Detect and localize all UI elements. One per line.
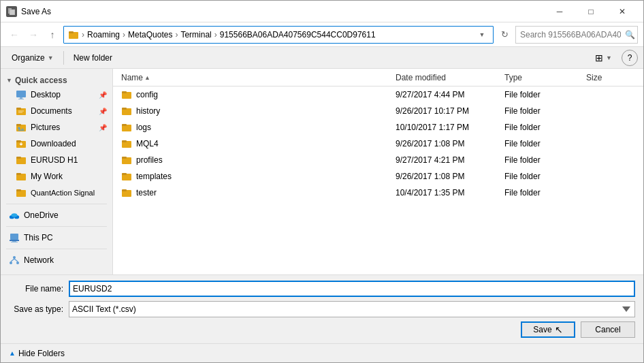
documents-icon (16, 106, 27, 116)
crumb-roaming[interactable]: Roaming (87, 30, 120, 40)
sidebar-label-desktop: Desktop (31, 90, 61, 99)
pin-icon-desktop: 📌 (99, 91, 107, 99)
svg-rect-39 (122, 140, 127, 142)
sidebar-item-desktop[interactable]: Desktop 📌 (1, 86, 112, 103)
new-folder-button[interactable]: New folder (68, 50, 118, 66)
sidebar-label-documents: Documents (31, 106, 72, 116)
title-bar: Save As ─ □ ✕ (1, 1, 643, 22)
back-button[interactable]: ← (6, 27, 22, 43)
sidebar-label-eurusd: EURUSD H1 (31, 155, 78, 165)
network-icon (9, 255, 20, 266)
sidebar-label-onedrive: OneDrive (24, 210, 59, 220)
svg-rect-15 (16, 157, 21, 159)
filename-row: File name: (9, 281, 635, 297)
table-row[interactable]: templates 9/26/2017 1:08 PM File folder (113, 168, 643, 185)
table-row[interactable]: config 9/27/2017 4:44 PM File folder (113, 86, 643, 103)
file-list: Name ▲ Date modified Type Size c (113, 69, 643, 274)
quick-access-label: Quick access (15, 76, 67, 85)
svg-point-28 (10, 262, 12, 264)
toolbar: Organize ▼ New folder ⊞ ▼ ? (1, 47, 643, 69)
svg-rect-3 (69, 31, 74, 33)
view-button[interactable]: ⊞ ▼ (590, 50, 617, 66)
filetype-label: Save as type: (9, 304, 63, 314)
quick-access-header[interactable]: ▼ Quick access (1, 72, 112, 86)
main-content: ▼ Quick access Desktop 📌 Documents 📌 (1, 69, 643, 274)
table-row[interactable]: tester 10/4/2017 1:35 PM File folder (113, 185, 643, 201)
sidebar-item-thispc[interactable]: This PC (1, 230, 112, 246)
svg-rect-41 (122, 157, 127, 159)
sidebar-label-pictures: Pictures (31, 123, 60, 132)
file-date-cell: 9/27/2017 4:44 PM (393, 90, 502, 99)
minimize-button[interactable]: ─ (544, 1, 575, 22)
save-button[interactable]: Save ↖ (521, 321, 575, 338)
file-list-header: Name ▲ Date modified Type Size (113, 69, 643, 86)
column-date[interactable]: Date modified (393, 73, 502, 82)
hide-folders-bar[interactable]: ▲ Hide Folders (1, 343, 643, 362)
close-button[interactable]: ✕ (607, 1, 638, 22)
filename-input[interactable] (69, 281, 635, 297)
eurusd-icon (16, 155, 27, 165)
file-date-cell: 10/10/2017 1:17 PM (393, 123, 502, 132)
crumb-folder-id[interactable]: 915566BA06ADA407569C544CC0D97611 (220, 30, 376, 40)
svg-line-31 (14, 259, 18, 262)
organize-button[interactable]: Organize ▼ (6, 50, 59, 66)
file-name-cell: profiles (118, 155, 393, 165)
sidebar-item-downloaded[interactable]: Downloaded (1, 136, 112, 152)
address-bar[interactable]: › Roaming › MetaQuotes › Terminal › 9155… (63, 26, 494, 44)
thispc-icon (9, 232, 20, 243)
svg-rect-1 (10, 10, 15, 15)
table-row[interactable]: logs 10/10/2017 1:17 PM File folder (113, 119, 643, 136)
sidebar-item-documents[interactable]: Documents 📌 (1, 103, 112, 119)
filetype-select[interactable]: ASCII Text (*.csv) (69, 301, 635, 317)
table-row[interactable]: MQL4 9/26/2017 1:08 PM File folder (113, 136, 643, 152)
sort-arrow-name: ▲ (144, 74, 150, 81)
svg-rect-10 (16, 124, 21, 126)
crumb-terminal[interactable]: Terminal (180, 30, 211, 40)
svg-rect-26 (11, 242, 18, 242)
column-type[interactable]: Type (502, 73, 583, 82)
desktop-icon (16, 89, 27, 100)
svg-rect-43 (122, 173, 127, 175)
help-button[interactable]: ? (622, 50, 638, 66)
cancel-button[interactable]: Cancel (581, 321, 635, 338)
save-as-dialog: Save As ─ □ ✕ ← → ↑ › Roaming › MetaQuot… (0, 0, 644, 363)
sidebar-item-eurusd[interactable]: EURUSD H1 (1, 152, 112, 168)
file-rows-container: config 9/27/2017 4:44 PM File folder his… (113, 86, 643, 201)
svg-line-30 (11, 259, 14, 262)
address-dropdown-button[interactable]: ▼ (475, 27, 489, 43)
sidebar-item-mywork[interactable]: My Work (1, 168, 112, 185)
up-button[interactable]: ↑ (44, 27, 61, 43)
search-input[interactable] (515, 26, 638, 44)
bottom-buttons: Save ↖ Cancel (9, 321, 635, 338)
file-name-cell: templates (118, 171, 393, 182)
cursor-icon: ↖ (555, 324, 563, 335)
file-date-cell: 9/26/2017 10:17 PM (393, 106, 502, 116)
sidebar-item-onedrive[interactable]: OneDrive (1, 207, 112, 223)
table-row[interactable]: history 9/26/2017 10:17 PM File folder (113, 103, 643, 119)
pictures-icon (16, 122, 27, 133)
maximize-button[interactable]: □ (575, 1, 607, 22)
svg-rect-37 (122, 124, 127, 126)
svg-rect-8 (16, 108, 21, 110)
bottom-bar: File name: Save as type: ASCII Text (*.c… (1, 274, 643, 343)
file-type-cell: File folder (502, 188, 583, 198)
crumb-metaquotes[interactable]: MetaQuotes (128, 30, 172, 40)
organize-chevron-icon: ▼ (48, 54, 54, 61)
column-size[interactable]: Size (583, 73, 638, 82)
table-row[interactable]: profiles 9/27/2017 4:21 PM File folder (113, 152, 643, 168)
refresh-button[interactable]: ↻ (496, 27, 513, 43)
onedrive-icon (9, 210, 20, 221)
file-type-cell: File folder (502, 123, 583, 132)
sidebar-label-mywork: My Work (31, 172, 63, 181)
pin-icon-documents: 📌 (99, 108, 107, 115)
svg-rect-45 (122, 189, 127, 191)
sidebar-item-network[interactable]: Network (1, 252, 112, 268)
svg-rect-6 (18, 99, 24, 99)
title-bar-text: Save As (21, 7, 544, 16)
file-type-cell: File folder (502, 106, 583, 116)
forward-button[interactable]: → (25, 27, 42, 43)
svg-point-22 (12, 213, 18, 217)
column-name[interactable]: Name ▲ (118, 73, 393, 82)
sidebar-item-quantaction[interactable]: QuantAction Signal (1, 185, 112, 201)
sidebar-item-pictures[interactable]: Pictures 📌 (1, 119, 112, 136)
